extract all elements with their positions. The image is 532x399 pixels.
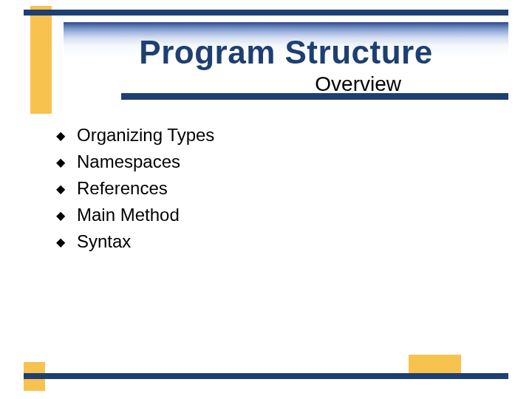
top-divider-bar [24, 10, 508, 16]
list-item: ◆ Namespaces [56, 149, 214, 175]
diamond-bullet-icon: ◆ [56, 155, 77, 169]
subtitle-underline-bar [121, 93, 508, 100]
list-item: ◆ References [56, 175, 214, 202]
diamond-bullet-icon: ◆ [56, 182, 77, 196]
list-item-label: Main Method [77, 205, 180, 225]
list-item-label: Organizing Types [77, 125, 214, 146]
slide-title: Program Structure [64, 34, 508, 71]
list-item-label: Namespaces [77, 151, 180, 172]
list-item: ◆ Main Method [56, 202, 214, 228]
list-item: ◆ Syntax [56, 228, 214, 255]
list-item-label: References [77, 178, 168, 199]
diamond-bullet-icon: ◆ [56, 235, 77, 249]
bullet-list: ◆ Organizing Types ◆ Namespaces ◆ Refere… [56, 122, 214, 255]
slide: Program Structure Overview ◆ Organizing … [0, 0, 532, 399]
title-block: Program Structure Overview [64, 22, 508, 96]
list-item-label: Syntax [77, 231, 131, 252]
diamond-bullet-icon: ◆ [56, 208, 77, 222]
bottom-divider-bar [24, 373, 508, 379]
list-item: ◆ Organizing Types [56, 122, 214, 149]
diamond-bullet-icon: ◆ [56, 129, 77, 143]
top-accent-yellow [30, 6, 52, 114]
